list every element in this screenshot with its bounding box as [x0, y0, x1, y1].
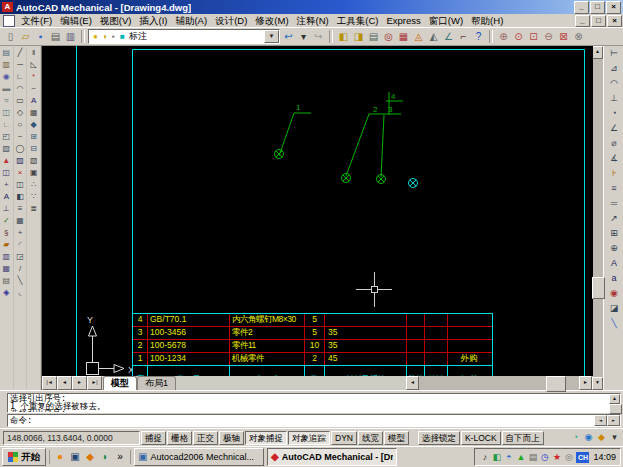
am-brush-icon[interactable]: ▰: [0, 239, 12, 251]
erase-icon[interactable]: ×: [14, 167, 26, 179]
am-surface-symbol-icon[interactable]: ◬: [411, 29, 426, 44]
am-standard-parts-icon[interactable]: ◰: [0, 131, 12, 143]
security-icon[interactable]: ◆: [84, 451, 96, 463]
am-plot-icon[interactable]: ▤: [0, 275, 12, 287]
am-bearing-icon[interactable]: ◫: [0, 107, 12, 119]
doc-minimize-button[interactable]: _: [575, 15, 590, 27]
am-construction-icon[interactable]: ⌐: [456, 29, 471, 44]
save-icon[interactable]: ▪: [33, 29, 48, 44]
close-button[interactable]: ×: [606, 1, 621, 14]
menu-item[interactable]: 编辑(E): [56, 14, 96, 27]
dim-linear-icon[interactable]: ⊢: [606, 46, 622, 61]
table-icon[interactable]: ▦: [28, 107, 40, 119]
sync-icon[interactable]: ◎: [563, 451, 574, 463]
break-icon[interactable]: ‖: [28, 47, 40, 59]
coordinates-display[interactable]: 148.0066, 113.6404, 0.0000: [3, 431, 140, 445]
command-scroll-left-button[interactable]: ◄: [594, 415, 607, 426]
menu-item[interactable]: 修改(M): [251, 14, 292, 27]
am-leader-icon[interactable]: ∠: [441, 29, 456, 44]
copy-icon[interactable]: ◫: [14, 179, 26, 191]
horizontal-scrollbar[interactable]: ◄ ►: [406, 376, 592, 390]
construction-line-icon[interactable]: ─: [14, 59, 26, 71]
arc-icon[interactable]: ◠: [14, 83, 26, 95]
am-power-snap-icon[interactable]: +: [0, 179, 12, 191]
start-button[interactable]: 开始: [2, 448, 46, 466]
zoom-previous-icon[interactable]: ⊖: [541, 29, 556, 44]
zoom-realtime-icon[interactable]: ⊙: [511, 29, 526, 44]
graphics-tray-icon[interactable]: ◧: [491, 451, 502, 463]
command-scroll-right-button[interactable]: ►: [607, 415, 620, 426]
zoom-extents-icon[interactable]: ⊗: [571, 29, 586, 44]
plot-preview-icon[interactable]: ▥: [63, 29, 78, 44]
ellipse-icon[interactable]: ◯: [14, 143, 26, 155]
menu-item[interactable]: 插入(I): [135, 14, 171, 27]
status-toggle-button[interactable]: 极轴: [219, 431, 244, 445]
fillet-icon[interactable]: ◟: [14, 287, 26, 299]
scroll-up-button[interactable]: ▲: [592, 46, 603, 59]
status-toggle-button[interactable]: 栅格: [167, 431, 192, 445]
measure-icon[interactable]: ∴: [28, 179, 40, 191]
am-viewport-icon[interactable]: ▦: [0, 263, 12, 275]
hatch-edit-icon[interactable]: ▧: [28, 155, 40, 167]
status-toggle-button[interactable]: 对象捕捉: [245, 431, 287, 445]
menu-item[interactable]: 帮助(H): [467, 14, 507, 27]
status-tray-arrow-icon[interactable]: ▾: [609, 432, 620, 443]
block-icon[interactable]: ◆: [28, 119, 40, 131]
layer-combo[interactable]: ●◑▪■ 标注 ▼: [88, 29, 280, 44]
dim-diameter-icon[interactable]: ⌀: [606, 136, 622, 151]
circle-icon[interactable]: ○: [14, 119, 26, 131]
task-autocad-mechanical[interactable]: ◆ AutoCAD Mechanical - [Dr...: [267, 448, 397, 466]
am-revision-icon[interactable]: §: [0, 227, 12, 239]
dim-continue-icon[interactable]: ═: [606, 196, 622, 211]
am-weld-symbol-icon[interactable]: ◭: [426, 29, 441, 44]
doc-restore-button[interactable]: □: [591, 15, 606, 27]
scroll-left-button[interactable]: ◄: [406, 376, 419, 390]
communication-center-icon[interactable]: ◉: [583, 432, 594, 443]
region-icon[interactable]: ▣: [28, 167, 40, 179]
tolerance-icon[interactable]: ⊞: [606, 226, 622, 241]
am-content-library-icon[interactable]: ▤: [0, 47, 12, 59]
dim-aligned-icon[interactable]: ⊿: [606, 61, 622, 76]
am-steel-shapes-icon[interactable]: ∟: [0, 119, 12, 131]
menu-item[interactable]: 注释(N): [293, 14, 333, 27]
extend-icon[interactable]: ╲: [14, 275, 26, 287]
quick-dim-icon[interactable]: ⊦: [606, 166, 622, 181]
tab-prev-button[interactable]: ◄: [57, 376, 72, 390]
new-icon[interactable]: ▯: [3, 29, 18, 44]
document-icon[interactable]: [3, 15, 15, 27]
status-toggle-button[interactable]: 对象追踪: [288, 431, 330, 445]
am-2d-hide-icon[interactable]: ▧: [0, 143, 12, 155]
wblock-icon[interactable]: ⊟: [28, 143, 40, 155]
scroll-down-button[interactable]: ▼: [592, 377, 603, 390]
menu-item[interactable]: 窗口(W): [425, 14, 467, 27]
am-spring-icon[interactable]: ≈: [0, 95, 12, 107]
status-toggle-button[interactable]: 自下而上: [502, 431, 544, 445]
am-text-icon[interactable]: A: [0, 191, 12, 203]
command-scrollbar[interactable]: ▲ ▼: [609, 394, 620, 412]
chamfer-icon[interactable]: ◺: [28, 59, 40, 71]
alert-icon[interactable]: ★: [551, 451, 562, 463]
explode-icon[interactable]: *: [28, 71, 40, 83]
vertical-scroll-track[interactable]: [592, 59, 603, 377]
am-balloon-icon[interactable]: ◎: [381, 29, 396, 44]
menu-item[interactable]: 视图(V): [96, 14, 136, 27]
am-screw-calc-icon[interactable]: ▥: [0, 59, 12, 71]
am-power-copy-icon[interactable]: ◫: [0, 167, 12, 179]
dim-angular-icon[interactable]: ∡: [606, 151, 622, 166]
menu-item[interactable]: 设计(D): [211, 14, 251, 27]
menu-item[interactable]: 辅助(A): [171, 14, 211, 27]
dim-radius-icon[interactable]: ◔: [606, 106, 622, 121]
am-shaft-generator-icon[interactable]: ▬: [0, 83, 12, 95]
am-library-icon[interactable]: ▥: [0, 251, 12, 263]
am-options-icon[interactable]: ◈: [0, 287, 12, 299]
language-indicator[interactable]: CH: [576, 452, 589, 463]
status-toggle-button[interactable]: 线宽: [358, 431, 383, 445]
redo-icon[interactable]: ↪: [311, 29, 326, 44]
am-datum-icon[interactable]: ⊥: [0, 203, 12, 215]
menu-item[interactable]: Express: [382, 14, 424, 27]
dim-ordinate-icon[interactable]: ⊥: [606, 91, 622, 106]
tab-last-button[interactable]: ►|: [87, 376, 102, 390]
tab-next-button[interactable]: ►: [72, 376, 87, 390]
zoom-object-icon[interactable]: ⊠: [556, 29, 571, 44]
open-icon[interactable]: ▱: [18, 29, 33, 44]
